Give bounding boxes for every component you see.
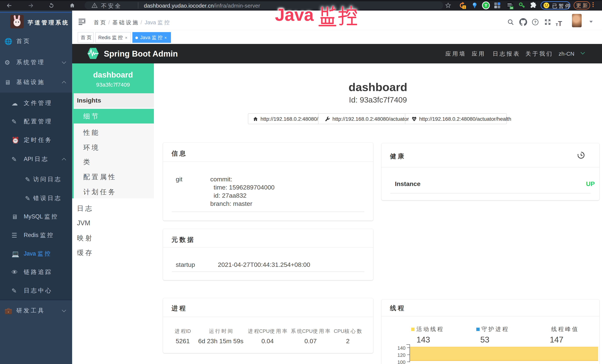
- svg-text:1: 1: [463, 6, 465, 9]
- svg-text:on: on: [510, 7, 513, 9]
- svg-text:?: ?: [534, 20, 537, 24]
